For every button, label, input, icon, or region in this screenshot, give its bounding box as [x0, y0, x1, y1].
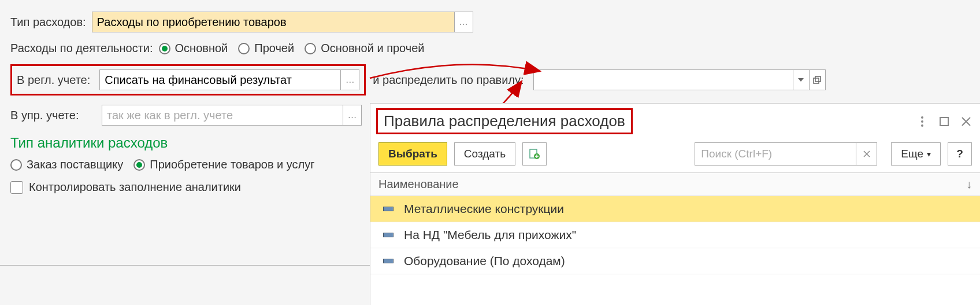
activity-radio-main[interactable]: Основной	[159, 42, 228, 55]
rule-input[interactable]	[533, 69, 793, 90]
activity-radio-both[interactable]: Основной и прочей	[305, 42, 424, 55]
search-input[interactable]	[695, 142, 856, 166]
radio-dot-icon	[159, 43, 170, 54]
rule-dropdown-button[interactable]	[793, 69, 810, 90]
form-divider	[0, 265, 370, 266]
expense-type-label: Тип расходов:	[10, 16, 86, 29]
table-header[interactable]: Наименование ↓	[370, 172, 980, 196]
svg-point-6	[921, 124, 923, 127]
activity-radio-other[interactable]: Прочей	[238, 42, 294, 55]
svg-rect-1	[814, 78, 819, 83]
rule-open-button[interactable]	[810, 69, 826, 90]
dialog-close-button[interactable]	[958, 113, 974, 130]
more-button-label: Еще	[901, 148, 923, 160]
svg-marker-0	[798, 78, 804, 82]
radio-dot-icon	[238, 43, 250, 54]
close-icon	[962, 117, 971, 126]
caret-down-icon: ▾	[927, 149, 931, 159]
activity-radio-group: Основной Прочей Основной и прочей	[159, 42, 425, 55]
activity-radio-other-label: Прочей	[254, 42, 294, 55]
activity-radio-both-label: Основной и прочей	[321, 42, 424, 55]
caret-down-icon	[798, 78, 804, 82]
checkbox-box-icon	[10, 181, 23, 194]
list-item-label: На НД "Мебель для прихожих"	[404, 228, 576, 242]
analytics-radio-order-label: Заказ поставщику	[27, 158, 123, 171]
regl-highlight: В регл. учете:	[10, 64, 366, 95]
control-fill-label: Контролировать заполнение аналитики	[29, 181, 241, 194]
col-name-header: Наименование	[378, 178, 459, 191]
list-item-label: Металлические конструкции	[404, 202, 564, 216]
list-item[interactable]: Оборудование (По доходам)	[370, 248, 980, 274]
analytics-radio-purchase[interactable]: Приобретение товаров и услуг	[133, 158, 314, 171]
expense-type-input[interactable]	[92, 12, 455, 32]
list-item[interactable]: На НД "Мебель для прихожих"	[370, 222, 980, 248]
copy-plus-icon	[529, 149, 540, 159]
create-button[interactable]: Создать	[454, 142, 515, 166]
open-icon	[813, 76, 821, 84]
activity-label: Расходы по деятельности:	[10, 42, 153, 55]
item-icon	[383, 233, 394, 237]
regl-label: В регл. учете:	[17, 74, 90, 87]
expense-type-ellipsis-button[interactable]	[455, 12, 473, 32]
radio-dot-icon	[133, 159, 145, 171]
radio-dot-icon	[305, 43, 316, 54]
clear-x-icon	[863, 150, 870, 157]
regl-ellipsis-button[interactable]	[341, 69, 359, 90]
maximize-icon	[940, 117, 949, 126]
dialog-maximize-button[interactable]	[936, 113, 952, 130]
sort-down-icon: ↓	[966, 178, 972, 191]
svg-rect-2	[815, 76, 821, 82]
item-icon	[383, 259, 394, 263]
upr-input[interactable]	[102, 105, 343, 126]
search-clear-button[interactable]	[856, 142, 877, 166]
item-icon	[383, 207, 394, 211]
activity-radio-main-label: Основной	[175, 42, 228, 55]
rule-label: и распределить по правилу:	[373, 74, 524, 87]
rules-dialog: Правила распределения расходов Выбрать С…	[370, 103, 980, 305]
create-copy-button[interactable]	[522, 142, 547, 166]
upr-label: В упр. учете:	[10, 109, 96, 122]
upr-ellipsis-button[interactable]	[343, 105, 362, 126]
svg-point-5	[921, 120, 923, 123]
more-button[interactable]: Еще ▾	[891, 142, 941, 166]
list-item[interactable]: Металлические конструкции	[370, 196, 980, 222]
help-button[interactable]: ?	[948, 142, 972, 166]
dialog-title: Правила распределения расходов	[376, 108, 633, 134]
radio-dot-icon	[10, 159, 22, 171]
select-button[interactable]: Выбрать	[378, 142, 447, 166]
regl-input[interactable]	[99, 69, 341, 90]
dialog-menu-button[interactable]	[914, 113, 930, 130]
list-item-label: Оборудование (По доходам)	[404, 254, 565, 268]
rules-list: Металлические конструкции На НД "Мебель …	[370, 196, 980, 274]
analytics-radio-order[interactable]: Заказ поставщику	[10, 158, 123, 171]
kebab-icon	[921, 116, 923, 127]
svg-point-4	[921, 116, 923, 119]
svg-rect-7	[940, 117, 948, 126]
analytics-radio-purchase-label: Приобретение товаров и услуг	[150, 158, 314, 171]
